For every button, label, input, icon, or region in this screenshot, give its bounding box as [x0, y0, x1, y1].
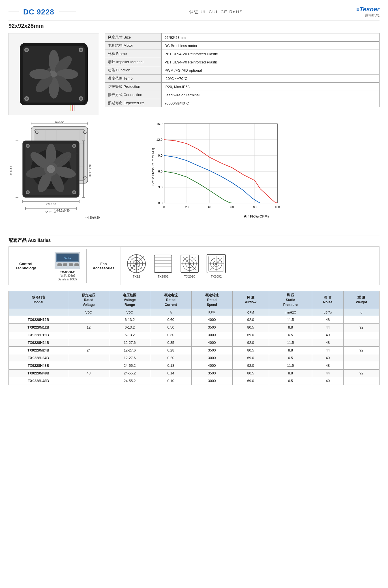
svg-text:Display: Display	[64, 257, 71, 259]
table-row: TX9228H24B12-27.60.35400092.011.548	[9, 339, 380, 347]
spec-row: 接线方式 ConnectionLead wire or Terminal	[105, 91, 380, 99]
data-cell: 92	[344, 347, 380, 354]
data-cell: 44	[312, 324, 344, 331]
data-cell: 8.8	[269, 370, 312, 377]
svg-text:0: 0	[163, 205, 165, 209]
svg-text:20: 20	[185, 205, 188, 209]
svg-point-54	[73, 191, 75, 193]
data-cell: 12-27.6	[109, 347, 150, 354]
data-cell: 69.0	[232, 331, 269, 339]
control-product-cell: Display TX-8006-2 【详见 305p】 Details in P…	[49, 247, 86, 285]
spec-label: 电机结构 Motor	[105, 42, 162, 50]
svg-text:60: 60	[230, 205, 234, 209]
data-cell: 4000	[191, 339, 232, 347]
data-cell: 3000	[191, 377, 232, 385]
spec-value: PBT UL94-V0 Reinforced Plastic	[162, 50, 380, 58]
data-cell: 92	[344, 370, 380, 377]
spec-label: 功能 Function	[105, 66, 162, 74]
data-cell	[68, 354, 109, 362]
model-cell: TX9228L48B	[9, 377, 68, 385]
model-cell: TX9228M12B	[9, 324, 68, 331]
data-cell: 6.5	[269, 377, 312, 385]
data-cell: 80.5	[232, 324, 269, 331]
pq-chart: Static Pressure(mmH₂O) 15.0 12.0 9.0 6.0	[133, 121, 380, 218]
controller-code: TX-8006-2	[60, 270, 75, 274]
fan-diagram-svg	[14, 37, 93, 111]
table-unit-header: VDC	[68, 309, 109, 316]
data-cell: 6-13.2	[109, 316, 150, 324]
data-cell: 8.8	[269, 324, 312, 331]
accessory-tx9802: TX9802	[153, 254, 173, 278]
data-cell: 92	[344, 324, 380, 331]
data-cell	[68, 316, 109, 324]
data-cell: 40	[312, 377, 344, 385]
spec-value: Lead wire or Terminal	[162, 91, 380, 99]
tx2090-code: TX2090	[184, 275, 195, 278]
data-cell: 3500	[191, 370, 232, 377]
model-cell: TX9228M24B	[9, 347, 68, 354]
svg-point-50	[73, 145, 75, 147]
svg-text:0.0: 0.0	[158, 201, 162, 205]
fan-image	[8, 33, 99, 115]
controller-svg: Display	[55, 251, 80, 270]
chart-y-label: Static Pressure(mmH₂O)	[151, 148, 155, 185]
controller-detail-cn: 【详见 305p】	[58, 274, 76, 278]
table-header: 额定转速 Rated Speed	[191, 291, 232, 309]
data-cell: 3500	[191, 347, 232, 354]
data-cell: 24-55.2	[109, 370, 150, 377]
spec-row: 预期寿命 Expected life70000hrs/40°C	[105, 99, 380, 107]
auxiliaries-title: 配套产品 Auxiliaries	[8, 235, 380, 244]
data-cell	[344, 354, 380, 362]
data-cell: 44	[312, 347, 344, 354]
svg-text:Φ4.30±0.30: Φ4.30±0.30	[85, 216, 100, 219]
data-cell: 44	[312, 370, 344, 377]
spec-label: 风扇尺寸 Size	[105, 33, 162, 42]
data-cell: 48	[312, 362, 344, 370]
data-cell: 3500	[191, 324, 232, 331]
svg-point-52	[27, 191, 29, 193]
tx2090-svg	[180, 254, 200, 274]
data-cell: 3000	[191, 354, 232, 362]
table-row: TX9228H48B24-55.20.18400092.011.548	[9, 362, 380, 370]
spec-value: PBT UL94-V0 Reinforced Plastic	[162, 58, 380, 66]
svg-point-48	[27, 145, 29, 147]
data-cell	[68, 362, 109, 370]
data-cell: 11.5	[269, 316, 312, 324]
svg-point-12	[25, 49, 28, 51]
engineering-diagram: 92±0.50 82.5 ±0.30 30 0±1.0 28±0.50 Φ89 …	[8, 121, 127, 229]
spec-row: 温度范围 Temp-20°C ~+70°C	[105, 74, 380, 83]
table-unit-header	[9, 309, 68, 316]
data-cell: 0.28	[150, 347, 191, 354]
svg-text:30 0±1.0: 30 0±1.0	[10, 166, 12, 176]
spec-value: DC Brushless motor	[162, 42, 380, 50]
spec-label: 防护等级 Protection	[105, 83, 162, 91]
svg-point-16	[25, 97, 28, 100]
top-section: 风扇尺寸 Size92*92*28mm电机结构 MotorDC Brushles…	[8, 33, 380, 115]
svg-text:100: 100	[275, 205, 280, 209]
svg-point-10	[29, 69, 51, 79]
svg-text:28±0.50: 28±0.50	[55, 121, 64, 124]
data-cell: 80.5	[232, 347, 269, 354]
table-unit-header: dB(A)	[312, 309, 344, 316]
svg-text:92±0.50: 92±0.50	[46, 203, 56, 206]
table-row: TX9228M24B2412-27.60.28350080.58.84492	[9, 347, 380, 354]
data-cell: 48	[312, 339, 344, 347]
fan-accessories-label-cell: FanAccessories	[87, 247, 121, 285]
controller-detail-en: Details in P305	[58, 278, 77, 281]
svg-rect-106	[69, 263, 73, 266]
table-unit-header: RPM	[191, 309, 232, 316]
svg-rect-116	[154, 255, 172, 272]
data-cell	[68, 331, 109, 339]
table-header: 噪 音 Noise	[312, 291, 344, 309]
spec-label: 外框 Frame	[105, 50, 162, 58]
accessory-tx92: TX92	[127, 254, 146, 278]
spec-label: 温度范围 Temp	[105, 74, 162, 83]
spec-value: 70000hrs/40°C	[162, 99, 380, 107]
spec-row: 防护等级 ProtectionIP20, Max.IP68	[105, 83, 380, 91]
data-cell: 69.0	[232, 377, 269, 385]
spec-value: -20°C ~+70°C	[162, 74, 380, 83]
control-tech-cell: ControlTechnology	[9, 247, 43, 285]
data-cell: 0.35	[150, 339, 191, 347]
data-cell	[68, 339, 109, 347]
data-cell	[344, 331, 380, 339]
